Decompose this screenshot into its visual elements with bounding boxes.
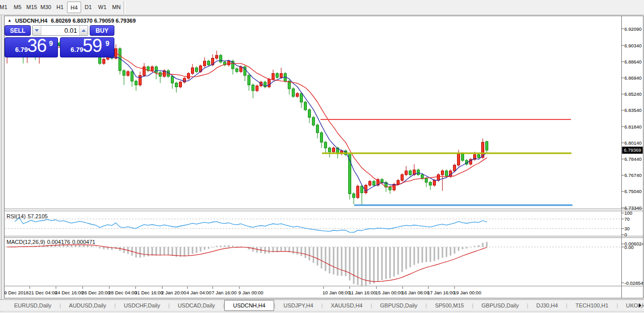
chart-tab-audusd-daily[interactable]: AUDUSD,Daily (61, 300, 114, 311)
toolbar-separator (123, 1, 125, 14)
svg-text:17 Jan 16:00: 17 Jan 16:00 (427, 290, 455, 295)
macd-name: MACD(12,26,9) (7, 239, 45, 245)
chart-title-symbol: USDCNH,H4 (15, 18, 47, 24)
svg-text:26 Dec 20:00: 26 Dec 20:00 (82, 290, 110, 295)
buy-price-button[interactable]: 6.79 59 9 (60, 37, 114, 57)
lot-increase-button[interactable] (79, 26, 88, 35)
svg-text:28 Dec 04:00: 28 Dec 04:00 (108, 290, 137, 295)
lot-decrease-button[interactable] (33, 26, 41, 35)
timeframe-button-d1[interactable]: D1 (81, 2, 95, 13)
sell-price-pipette: 9 (49, 39, 53, 47)
buy-button[interactable]: BUY (90, 25, 114, 36)
svg-text:6.75040: 6.75040 (624, 189, 641, 194)
chart-tab-dj30-h4[interactable]: DJ30,H4 (528, 300, 566, 311)
svg-text:0.00: 0.00 (624, 244, 634, 250)
svg-text:70: 70 (624, 216, 630, 222)
tab-scroll-left-icon[interactable] (630, 303, 633, 307)
triangle-up-icon (82, 29, 86, 32)
timeframe-button-m30[interactable]: M30 (39, 2, 53, 13)
timeframe-button-w1[interactable]: W1 (95, 2, 109, 13)
timeframe-toolbar: M1M5M15M30H1H4D1W1MN (0, 0, 644, 15)
svg-text:4 Jan 04:00: 4 Jan 04:00 (186, 290, 212, 295)
timeframe-button-m5[interactable]: M5 (11, 2, 25, 13)
svg-text:6.76740: 6.76740 (624, 172, 641, 178)
svg-text:0: 0 (624, 232, 627, 237)
chart-tab-gbpusd-daily[interactable]: GBPUSD,Daily (372, 300, 425, 311)
macd-indicator-label: MACD(12,26,9)0.0041760.000471 (7, 239, 97, 245)
timeframe-button-h1[interactable]: H1 (53, 2, 67, 13)
macd-main-value: 0.004176 (47, 239, 70, 245)
svg-text:6.73340: 6.73340 (624, 205, 641, 211)
svg-text:24 Dec 16:00: 24 Dec 16:00 (55, 290, 84, 295)
chart-tab-gbpusd-daily[interactable]: GBPUSD,Daily (473, 300, 527, 311)
rsi-indicator-label: RSI(14)57.2105 (7, 213, 50, 219)
svg-text:100: 100 (624, 210, 632, 216)
one-click-trading-panel: SELL BUY 6.79 36 9 6.79 59 9 (5, 25, 114, 58)
rsi-name: RSI(14) (7, 213, 26, 219)
timeframe-button-h4[interactable]: H4 (67, 2, 81, 13)
chart-tab-xauusd-h4[interactable]: XAUUSD,H4 (323, 300, 370, 311)
sell-price-whole: 6.79 (15, 46, 28, 53)
chart-tab-usdcad-daily[interactable]: USDCAD,Daily (170, 300, 223, 311)
chart-window: 6.920906.903406.886406.869406.852406.835… (4, 16, 643, 298)
svg-text:6.85240: 6.85240 (624, 91, 641, 97)
svg-text:6.90340: 6.90340 (624, 43, 641, 48)
lot-size-control (32, 25, 88, 36)
triangle-down-icon (35, 29, 39, 32)
chart-tab-usdjpy-h4[interactable]: USDJPY,H4 (276, 300, 321, 311)
svg-text:10 Jan 08:00: 10 Jan 08:00 (323, 290, 350, 295)
svg-text:6.83540: 6.83540 (624, 107, 641, 113)
tab-scroll-right-icon[interactable] (639, 303, 641, 307)
chart-title: ▲ USDCNH,H4 6.80269 6.80370 6.79059 6.79… (8, 18, 136, 24)
chart-tab-bar: EURUSD,Daily|AUDUSD,Daily|USDCHF,Daily|U… (0, 299, 644, 311)
chart-title-ohlc: 6.80269 6.80370 6.79059 6.79369 (51, 18, 136, 24)
window-left-edge (1, 15, 2, 312)
chart-tab-sp500-m15[interactable]: SP500,M15 (427, 300, 472, 311)
svg-text:6.88640: 6.88640 (624, 59, 641, 65)
buy-price-whole: 6.79 (71, 46, 83, 53)
svg-text:21 Dec 04:00: 21 Dec 04:00 (29, 290, 57, 295)
chart-tab-usdcnh-h4[interactable]: USDCNH,H4 (224, 300, 274, 311)
svg-text:6.81840: 6.81840 (624, 124, 641, 130)
svg-text:31 Dec 16:00: 31 Dec 16:00 (135, 290, 163, 295)
svg-text:16 Jan 08:00: 16 Jan 08:00 (402, 290, 429, 295)
buy-price-pips: 59 (83, 35, 102, 56)
svg-text:19 Jan 00:00: 19 Jan 00:00 (454, 290, 481, 295)
svg-text:6.92090: 6.92090 (624, 26, 641, 32)
svg-text:-0.028549: -0.028549 (624, 280, 643, 286)
svg-text:15 Jan 00:00: 15 Jan 00:00 (375, 290, 403, 295)
chart-tab-tech100-h1[interactable]: TECH100,H1 (567, 300, 616, 311)
svg-text:6.79369: 6.79369 (624, 147, 641, 153)
macd-signal-value: 0.000471 (72, 239, 95, 245)
chart-tab-usdchf-daily[interactable]: USDCHF,Daily (116, 300, 168, 311)
collapse-triangle-icon: ▲ (8, 18, 12, 24)
lot-size-input[interactable] (41, 26, 79, 35)
chart-tab-eurusd-daily[interactable]: EURUSD,Daily (6, 300, 59, 311)
svg-text:30: 30 (624, 226, 630, 231)
svg-text:6.78440: 6.78440 (624, 156, 641, 162)
sell-price-pips: 36 (27, 35, 46, 56)
svg-text:11 Jan 16:00: 11 Jan 16:00 (349, 290, 376, 295)
chart-canvas[interactable]: 6.920906.903406.886406.869406.852406.835… (5, 16, 643, 298)
sell-button[interactable]: SELL (5, 25, 31, 36)
svg-text:2 Jan 20:00: 2 Jan 20:00 (161, 290, 186, 295)
tab-scroll-arrows (630, 303, 641, 307)
timeframe-button-m1[interactable]: M1 (0, 2, 11, 13)
timeframe-button-m15[interactable]: M15 (25, 2, 39, 13)
buy-price-pipette: 9 (105, 39, 109, 47)
svg-text:6.86940: 6.86940 (624, 75, 641, 81)
svg-text:19 Dec 2018: 19 Dec 2018 (5, 290, 29, 295)
sell-price-button[interactable]: 6.79 36 9 (5, 37, 58, 57)
timeframe-button-mn[interactable]: MN (109, 2, 123, 13)
svg-text:6.80140: 6.80140 (624, 140, 641, 146)
svg-text:7 Jan 16:00: 7 Jan 16:00 (212, 290, 237, 295)
svg-text:9 Jan 00:00: 9 Jan 00:00 (238, 290, 264, 295)
rsi-value: 57.2105 (28, 213, 48, 219)
